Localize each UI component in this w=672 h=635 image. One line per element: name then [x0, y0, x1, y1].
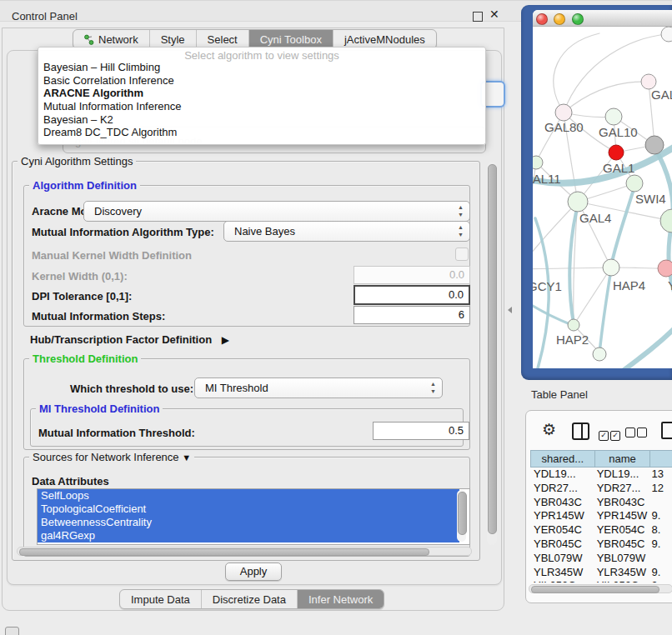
algorithm-option[interactable]: Basic Correlation Inference [41, 74, 483, 88]
network-node-hap4[interactable] [603, 259, 619, 276]
attribute-list-item[interactable]: SelfLoops [38, 489, 459, 502]
scrollbar-thumb[interactable] [458, 492, 467, 535]
scrollbar-thumb[interactable] [19, 548, 429, 556]
table-cell: YIL052C [594, 579, 649, 582]
table-row[interactable]: YPR145WYPR145W9. [530, 509, 672, 523]
table-row[interactable]: YDL19...YDL19...13 [530, 468, 672, 482]
algorithm-option[interactable]: Bayesian – K2 [41, 113, 483, 127]
table-cell: 13 [649, 468, 672, 482]
kernel-width-field[interactable]: 0.0 [354, 266, 470, 284]
network-node-gal80[interactable] [555, 104, 572, 121]
table-row[interactable]: YBL079WYBL079W [530, 552, 672, 566]
close-panel-button[interactable]: ✕ [489, 8, 499, 21]
file-icon[interactable] [661, 422, 672, 439]
tab-label: Infer Network [308, 593, 373, 606]
cyni-settings-group-title: Cyni Algorithm Settings [18, 155, 136, 168]
tab-select[interactable]: Select [197, 30, 249, 48]
network-edge [611, 187, 634, 266]
network-node[interactable] [660, 209, 672, 232]
scrollbar-thumb[interactable] [488, 164, 497, 534]
table-row[interactable]: YER054CYER054C8. [530, 523, 672, 538]
network-node-gal10[interactable] [605, 108, 622, 125]
float-window-button[interactable] [473, 12, 483, 22]
dpi-tolerance-field[interactable]: 0.0 [354, 285, 470, 305]
close-traffic-light[interactable] [536, 13, 548, 25]
network-canvas[interactable]: GALGAL80GAL10GAL1GAL11SWI4GAL4GCY1HAP4YH… [533, 27, 672, 368]
table-row[interactable]: YIL052CYIL052C9 [530, 579, 672, 582]
table-horizontal-scrollbar[interactable] [529, 584, 672, 593]
checked-boxes-icon[interactable]: ✓✓ [599, 426, 622, 441]
table-cell: YER054C [530, 523, 594, 538]
unchecked-boxes-icon[interactable] [625, 426, 649, 441]
table-panel-title: Table Panel [531, 388, 588, 401]
table-row[interactable]: YBR045CYBR045C9. [530, 538, 672, 552]
manual-kernel-width-checkbox[interactable] [455, 248, 469, 261]
columns-icon[interactable] [572, 422, 589, 440]
gear-icon[interactable]: ⚙ [542, 420, 556, 439]
tab-style[interactable]: Style [150, 30, 197, 48]
network-node-gal4[interactable] [568, 192, 588, 212]
settings-vertical-scrollbar[interactable] [487, 162, 497, 545]
network-node[interactable] [661, 27, 672, 42]
attribute-list-item[interactable]: gal4RGexp [38, 529, 459, 542]
table-row[interactable]: YDR27...YDR27...12 [530, 482, 672, 496]
table-cell: YPR145W [530, 509, 594, 523]
network-edge [564, 82, 649, 112]
data-attributes-label: Data Attributes [32, 475, 109, 488]
column-header-name[interactable]: name [594, 450, 649, 468]
algorithm-option[interactable]: Dream8 DC_TDC Algorithm [41, 126, 483, 139]
aracne-mode-combobox[interactable]: Discovery ▲▼ [83, 201, 470, 222]
attributes-vertical-scrollbar[interactable] [457, 490, 466, 542]
panel-splitter-handle[interactable] [508, 307, 512, 313]
algorithm-option[interactable]: Bayesian – Hill Climbing [41, 61, 483, 74]
kernel-width-label: Kernel Width (0,1): [32, 270, 128, 282]
network-edge [533, 268, 611, 269]
attribute-list-item[interactable]: BetweennessCentrality [38, 516, 459, 529]
algorithm-dropdown-popup: Select algorithm to view settings Bayesi… [38, 47, 486, 145]
tab-discretize-data[interactable]: Discretize Data [202, 590, 298, 608]
tab-network[interactable]: Network [73, 30, 150, 48]
sources-group-title[interactable]: Sources for Network Inference ▼ [29, 451, 194, 463]
collapsed-arrow-icon: ▶ [222, 334, 229, 346]
network-node[interactable] [645, 136, 664, 154]
network-node[interactable] [593, 348, 606, 361]
table-cell: 9. [649, 509, 672, 523]
table-cell: 9 [649, 579, 672, 582]
which-threshold-label: Which threshold to use: [70, 382, 193, 395]
mi-steps-field[interactable]: 6 [354, 306, 470, 324]
table-row[interactable]: YBR043CYBR043C [530, 496, 672, 510]
minimize-traffic-light[interactable] [554, 13, 565, 25]
network-node-gal1[interactable] [609, 145, 624, 160]
network-edge [535, 218, 549, 368]
attributes-horizontal-scrollbar[interactable] [17, 547, 472, 556]
tab-jactivemnodules[interactable]: jActiveMNodules [333, 30, 436, 48]
mi-threshold-label: Mutual Information Threshold: [38, 427, 195, 439]
attribute-list-item[interactable]: TopologicalCoefficient [38, 502, 459, 516]
network-node-swi4[interactable] [626, 175, 643, 192]
apply-button[interactable]: Apply [225, 562, 282, 581]
data-attributes-list[interactable]: SelfLoopsTopologicalCoefficientBetweenne… [37, 488, 470, 545]
mi-threshold-field[interactable]: 0.5 [373, 422, 469, 440]
tab-infer-network[interactable]: Infer Network [298, 590, 384, 608]
mi-algorithm-type-combobox[interactable]: Naive Bayes ▲▼ [223, 221, 470, 242]
table-cell: YBR043C [594, 496, 649, 510]
which-threshold-combobox[interactable]: MI Threshold ▲▼ [194, 378, 443, 398]
column-header-shared...[interactable]: shared... [530, 450, 594, 468]
scrollbar-thumb[interactable] [531, 586, 659, 593]
hub-definition-toggle[interactable]: Hub/Transcription Factor Definition ▶ [30, 333, 229, 346]
tab-cyni-toolbox[interactable]: Cyni Toolbox [249, 30, 333, 48]
table-cell: YDL19... [594, 468, 649, 482]
network-node-hap2[interactable] [568, 319, 579, 331]
algorithm-option[interactable]: Mutual Information Inference [41, 100, 483, 113]
zoom-traffic-light[interactable] [572, 13, 584, 25]
table-row[interactable]: YLR345WYLR345W9. [530, 566, 672, 580]
tab-impute-data[interactable]: Impute Data [120, 590, 202, 608]
cyni-bottom-tabs: Impute DataDiscretize DataInfer Network [119, 589, 384, 609]
algorithm-option[interactable]: ARACNE Algorithm [41, 87, 483, 100]
network-node-y[interactable] [658, 260, 672, 277]
minimized-panel-chip[interactable] [5, 627, 19, 635]
table-cell: 12 [649, 482, 672, 496]
table-panel-toolbar: ⚙ ✓✓ [525, 417, 672, 445]
network-node-gal11[interactable] [533, 156, 543, 169]
column-header-clipped[interactable] [649, 450, 672, 468]
